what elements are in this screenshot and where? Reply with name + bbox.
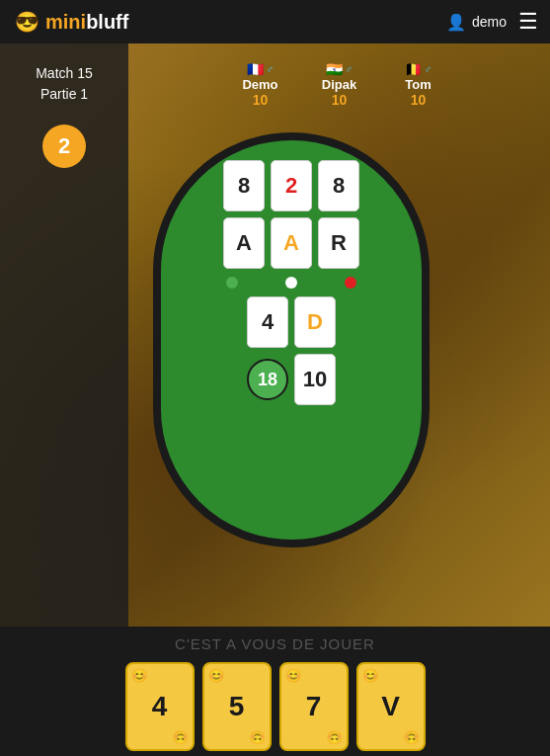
player-tom-score: 10 [411, 92, 427, 108]
player-demo: 🇫🇷 ♂ Demo 10 [221, 61, 300, 108]
flag-fr-icon: 🇫🇷 [247, 61, 264, 77]
hand-card-value-1: 4 [152, 691, 168, 722]
card-emoji-top-4: 😊 [362, 668, 378, 683]
logo-icon: 😎 [12, 7, 41, 37]
card-emoji-top-3: 😊 [285, 668, 301, 683]
table-row-4: 18 10 [247, 354, 336, 405]
hand-card-7[interactable]: 😊 7 😊 [279, 662, 349, 751]
players-row: 🇫🇷 ♂ Demo 10 🇮🇳 ♂ Dipak 10 🇧🇪 ♂ Tom 10 [128, 61, 550, 108]
hand-card-5[interactable]: 😊 5 😊 [202, 662, 272, 751]
player-demo-name: Demo [242, 77, 277, 92]
user-icon: 👤 [446, 13, 466, 32]
left-sidebar: Match 15 Partie 1 2 [0, 43, 128, 627]
header: 😎 minibluff 👤 demo ☰ [0, 0, 550, 43]
player-demo-flags: 🇫🇷 ♂ [247, 61, 274, 77]
logo: 😎 minibluff [12, 7, 128, 37]
table-row-2: A A R [223, 217, 359, 269]
flag-in-icon: 🇮🇳 [326, 61, 343, 77]
player-tom: 🇧🇪 ♂ Tom 10 [379, 61, 458, 108]
action-text: C'EST A VOUS DE JOUER [175, 635, 375, 652]
user-info: 👤 demo [446, 13, 507, 32]
game-area: Match 15 Partie 1 2 🇫🇷 ♂ Demo 10 🇮🇳 ♂ Di… [0, 43, 550, 627]
card-emoji-top-1: 😊 [131, 668, 147, 683]
logo-mini: mini [45, 11, 86, 33]
hand-card-face-2: 5 [208, 683, 266, 730]
table-card-8-right[interactable]: 8 [318, 160, 359, 211]
gender-tom-icon: ♂ [424, 63, 432, 75]
card-emoji-bottom-1: 😊 [173, 730, 189, 745]
logo-text: minibluff [45, 11, 128, 34]
dot-white [285, 277, 297, 289]
hand-card-4[interactable]: 😊 4 😊 [125, 662, 195, 751]
table-card-8-left[interactable]: 8 [223, 160, 265, 211]
player-dipak-name: Dipak [322, 77, 356, 92]
table-card-2[interactable]: 2 [271, 160, 312, 211]
player-dipak-flags: 🇮🇳 ♂ [326, 61, 353, 77]
hand-card-face-3: 7 [285, 683, 343, 730]
hand-card-face-4: V [362, 683, 420, 730]
card-emoji-bottom-2: 😊 [250, 730, 266, 745]
table-row-3: 4 D [247, 296, 336, 348]
partie-label: Partie 1 [36, 84, 93, 105]
hand-card-face-1: 4 [131, 683, 189, 730]
card-emoji-top-2: 😊 [208, 668, 224, 683]
table-card-d[interactable]: D [294, 296, 336, 348]
table-row-1: 8 2 8 [223, 160, 359, 211]
hand-card-value-3: 7 [306, 691, 322, 722]
table-card-a-left[interactable]: A [223, 217, 265, 269]
card-emoji-bottom-4: 😊 [404, 730, 420, 745]
header-right: 👤 demo ☰ [446, 9, 538, 35]
player-dipak-score: 10 [332, 92, 348, 108]
hand-card-v[interactable]: 😊 V 😊 [356, 662, 426, 751]
hand-cards: 😊 4 😊 😊 5 😊 😊 7 😊 😊 V 😊 [125, 662, 426, 751]
card-emoji-bottom-3: 😊 [327, 730, 343, 745]
player-tom-name: Tom [405, 77, 431, 92]
match-label: Match 15 [36, 63, 93, 84]
logo-bluff: bluff [86, 11, 128, 33]
match-info: Match 15 Partie 1 [36, 63, 93, 105]
gender-dipak-icon: ♂ [345, 63, 353, 75]
player-demo-score: 10 [253, 92, 269, 108]
hand-card-value-2: 5 [229, 691, 245, 722]
username: demo [472, 14, 507, 30]
round-badge: 2 [42, 125, 86, 168]
round-number: 2 [58, 133, 70, 159]
table-card-4[interactable]: 4 [247, 296, 288, 348]
table-card-a-orange[interactable]: A [271, 217, 312, 269]
bottom-bar: C'EST A VOUS DE JOUER 😊 4 😊 😊 5 😊 😊 7 😊 … [0, 628, 550, 756]
badge-18: 18 [247, 359, 288, 400]
dot-red [345, 277, 356, 289]
player-tom-flags: 🇧🇪 ♂ [405, 61, 432, 77]
player-dipak: 🇮🇳 ♂ Dipak 10 [300, 61, 379, 108]
hand-card-value-4: V [381, 691, 400, 722]
dots-row [226, 277, 356, 289]
table-card-r[interactable]: R [318, 217, 359, 269]
dot-green [226, 277, 238, 289]
menu-icon[interactable]: ☰ [518, 9, 538, 35]
flag-be-icon: 🇧🇪 [405, 61, 422, 77]
table-card-10[interactable]: 10 [294, 354, 336, 405]
poker-table: 8 2 8 A A R [153, 132, 430, 547]
gender-demo-icon: ♂ [266, 63, 274, 75]
